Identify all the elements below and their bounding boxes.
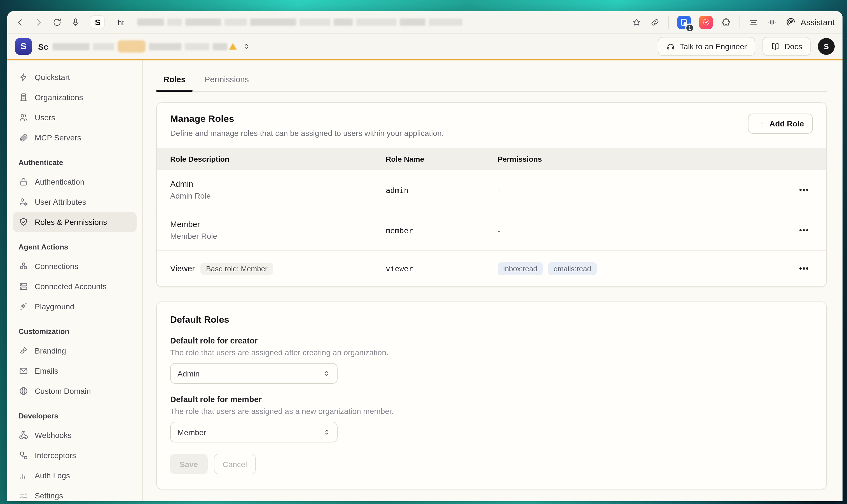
- creator-role-description: The role that users are assigned after c…: [170, 348, 813, 357]
- headphones-icon: [666, 42, 675, 51]
- chevrons-up-down-icon: [323, 428, 331, 436]
- clock-check-icon: [701, 17, 711, 27]
- sidebar-item-auth-logs[interactable]: Auth Logs: [13, 465, 137, 486]
- sidebar-item-label: Roles & Permissions: [35, 218, 107, 227]
- sidebar-item-authentication[interactable]: Authentication: [13, 172, 137, 192]
- extensions-puzzle-icon[interactable]: [721, 17, 731, 27]
- sparkle-icon: [18, 302, 29, 311]
- assistant-button[interactable]: Assistant: [785, 17, 835, 28]
- users-icon: [18, 112, 29, 123]
- sidebar-item-label: Quickstart: [35, 73, 70, 82]
- role-description-cell: ViewerBase role: Member: [170, 263, 386, 274]
- sidebar-item-custom-domain[interactable]: Custom Domain: [13, 381, 137, 401]
- sidebar-item-connected-accounts[interactable]: Connected Accounts: [13, 276, 137, 296]
- permission-chip: emails:read: [548, 262, 597, 275]
- forward-icon[interactable]: [34, 17, 44, 27]
- sidebar-item-interceptors[interactable]: Interceptors: [13, 445, 137, 465]
- assistant-label: Assistant: [800, 17, 835, 27]
- back-icon[interactable]: [15, 17, 25, 27]
- redacted-org-name: [53, 40, 228, 53]
- cancel-button[interactable]: Cancel: [213, 454, 256, 474]
- header-actions: Talk to an Engineer Docs S: [658, 37, 835, 56]
- copy-link-icon[interactable]: [650, 17, 660, 27]
- timer-extension-icon[interactable]: [699, 15, 713, 29]
- building-icon: [18, 92, 29, 102]
- member-role-select[interactable]: Member: [170, 422, 338, 443]
- extension-badge: 1: [685, 23, 694, 32]
- user-avatar[interactable]: S: [818, 38, 835, 55]
- role-display-name: Member: [170, 220, 200, 229]
- sidebar-item-label: Interceptors: [35, 451, 76, 460]
- default-roles-card: Default Roles Default role for creator T…: [156, 302, 827, 489]
- sidebar: QuickstartOrganizationsUsersMCP ServersA…: [7, 60, 143, 501]
- sidebar-section-customization: Customization: [18, 327, 131, 336]
- row-actions-button[interactable]: [795, 260, 813, 277]
- col-permissions: Permissions: [498, 155, 781, 163]
- main-content: RolesPermissions Manage Roles Define and…: [143, 60, 843, 501]
- sidebar-item-connections[interactable]: Connections: [13, 256, 137, 276]
- sidebar-item-label: Connected Accounts: [35, 282, 107, 291]
- sidebar-item-mcp-servers[interactable]: MCP Servers: [13, 128, 137, 148]
- default-roles-actions: Save Cancel: [170, 454, 813, 474]
- sidebar-item-user-attributes[interactable]: User Attributes: [13, 192, 137, 212]
- sidebar-item-webhooks[interactable]: Webhooks: [13, 425, 137, 445]
- default-role-member-field: Default role for member The role that us…: [170, 395, 813, 443]
- microphone-icon[interactable]: [71, 17, 81, 27]
- tab-permissions[interactable]: Permissions: [205, 75, 249, 91]
- sidebar-section-authenticate: Authenticate: [18, 158, 131, 167]
- sidebar-item-branding[interactable]: Branding: [13, 341, 137, 361]
- sidebar-item-users[interactable]: Users: [13, 107, 137, 128]
- toolbar-nav: S ht: [15, 16, 462, 29]
- default-roles-title: Default Roles: [170, 314, 813, 325]
- sidebar-item-label: Settings: [35, 491, 63, 500]
- assistant-swirl-icon: [785, 17, 796, 28]
- permission-chip: inbox:read: [498, 262, 543, 275]
- role-row-member: MemberMember Rolemember-: [157, 210, 826, 250]
- docs-button[interactable]: Docs: [762, 37, 811, 56]
- sidebar-item-label: Playground: [35, 302, 74, 311]
- bookmark-star-icon[interactable]: [632, 17, 642, 27]
- sidebar-item-roles-permissions[interactable]: Roles & Permissions: [13, 212, 137, 232]
- row-actions-button[interactable]: [795, 222, 813, 238]
- role-row-viewer: ViewerBase role: Memberviewerinbox:reade…: [157, 250, 826, 286]
- sidebar-item-quickstart[interactable]: Quickstart: [13, 67, 137, 87]
- reader-lines-icon[interactable]: [748, 17, 759, 27]
- add-role-button[interactable]: Add Role: [748, 113, 813, 134]
- tab-bar: RolesPermissions: [156, 75, 827, 92]
- save-button[interactable]: Save: [170, 454, 207, 474]
- creator-role-select[interactable]: Admin: [170, 363, 338, 384]
- org-environment-selector[interactable]: Sc: [38, 40, 251, 53]
- talk-to-engineer-button[interactable]: Talk to an Engineer: [658, 37, 755, 56]
- toolbar-divider: [669, 16, 669, 28]
- password-extension-icon[interactable]: 1: [677, 15, 691, 29]
- role-name-cell: member: [386, 226, 498, 235]
- org-name-prefix: Sc: [38, 42, 48, 51]
- base-role-badge: Base role: Member: [201, 263, 273, 274]
- member-role-label: Default role for member: [170, 395, 813, 404]
- paperclip-icon: [18, 132, 29, 143]
- role-row-admin: AdminAdmin Roleadmin-: [157, 170, 826, 210]
- mail-icon: [18, 366, 29, 376]
- sidebar-item-playground[interactable]: Playground: [13, 296, 137, 317]
- creator-role-value: Admin: [177, 369, 200, 378]
- sidebar-item-organizations[interactable]: Organizations: [13, 87, 137, 107]
- sidebar-item-label: Users: [35, 113, 55, 122]
- role-name-cell: viewer: [386, 264, 498, 273]
- sidebar-section-developers: Developers: [18, 412, 131, 420]
- talk-to-engineer-label: Talk to an Engineer: [680, 42, 747, 51]
- tab-roles[interactable]: Roles: [163, 75, 186, 91]
- user-gear-icon: [18, 197, 29, 207]
- reload-icon[interactable]: [52, 17, 62, 27]
- row-actions-button[interactable]: [795, 181, 813, 198]
- sidebar-item-label: Emails: [35, 366, 58, 375]
- url-text[interactable]: ht: [118, 18, 124, 26]
- creator-role-label: Default role for creator: [170, 336, 813, 345]
- shield-check-icon: [18, 217, 29, 227]
- zap-icon: [18, 72, 29, 82]
- permissions-cell: -: [498, 185, 781, 194]
- sidebar-item-settings[interactable]: Settings: [13, 486, 137, 501]
- sidebar-item-emails[interactable]: Emails: [13, 361, 137, 381]
- role-description-cell: AdminAdmin Role: [170, 180, 386, 200]
- toolbar-divider: [740, 16, 740, 28]
- voice-wave-icon[interactable]: [767, 17, 777, 27]
